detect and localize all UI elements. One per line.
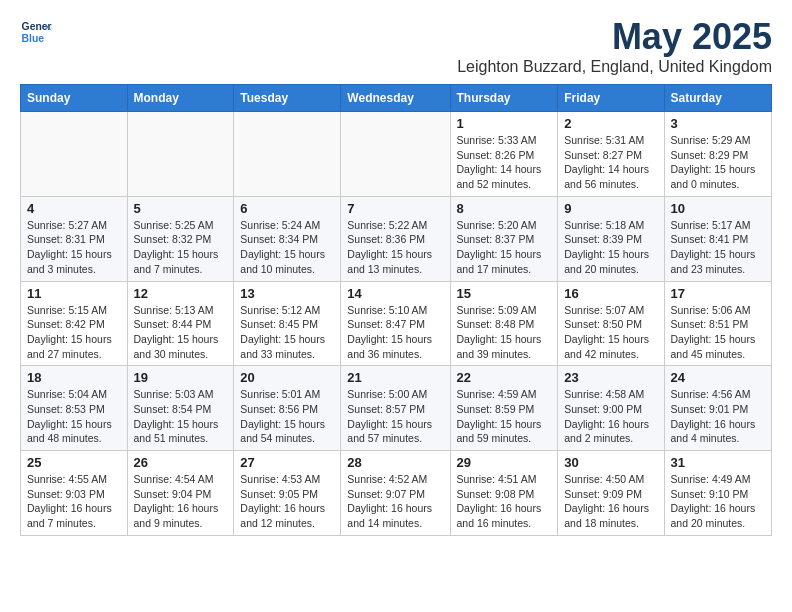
day-number: 29 <box>457 455 552 470</box>
day-info: Sunrise: 5:13 AM Sunset: 8:44 PM Dayligh… <box>134 303 228 362</box>
day-number: 12 <box>134 286 228 301</box>
day-number: 25 <box>27 455 121 470</box>
col-header-thursday: Thursday <box>450 85 558 112</box>
page-header: General Blue May 2025 Leighton Buzzard, … <box>20 16 772 76</box>
day-info: Sunrise: 4:54 AM Sunset: 9:04 PM Dayligh… <box>134 472 228 531</box>
day-info: Sunrise: 4:51 AM Sunset: 9:08 PM Dayligh… <box>457 472 552 531</box>
day-info: Sunrise: 5:07 AM Sunset: 8:50 PM Dayligh… <box>564 303 657 362</box>
calendar-cell <box>234 112 341 197</box>
day-info: Sunrise: 5:09 AM Sunset: 8:48 PM Dayligh… <box>457 303 552 362</box>
svg-text:Blue: Blue <box>22 33 45 44</box>
col-header-tuesday: Tuesday <box>234 85 341 112</box>
calendar-cell: 17Sunrise: 5:06 AM Sunset: 8:51 PM Dayli… <box>664 281 771 366</box>
month-title: May 2025 <box>457 16 772 58</box>
calendar-cell: 10Sunrise: 5:17 AM Sunset: 8:41 PM Dayli… <box>664 196 771 281</box>
day-info: Sunrise: 5:22 AM Sunset: 8:36 PM Dayligh… <box>347 218 443 277</box>
calendar-cell: 25Sunrise: 4:55 AM Sunset: 9:03 PM Dayli… <box>21 451 128 536</box>
calendar-cell: 16Sunrise: 5:07 AM Sunset: 8:50 PM Dayli… <box>558 281 664 366</box>
day-number: 17 <box>671 286 765 301</box>
day-number: 22 <box>457 370 552 385</box>
day-number: 3 <box>671 116 765 131</box>
col-header-wednesday: Wednesday <box>341 85 450 112</box>
day-number: 8 <box>457 201 552 216</box>
day-info: Sunrise: 5:04 AM Sunset: 8:53 PM Dayligh… <box>27 387 121 446</box>
calendar-cell: 18Sunrise: 5:04 AM Sunset: 8:53 PM Dayli… <box>21 366 128 451</box>
day-number: 18 <box>27 370 121 385</box>
calendar-cell: 1Sunrise: 5:33 AM Sunset: 8:26 PM Daylig… <box>450 112 558 197</box>
title-block: May 2025 Leighton Buzzard, England, Unit… <box>457 16 772 76</box>
calendar-week-row: 18Sunrise: 5:04 AM Sunset: 8:53 PM Dayli… <box>21 366 772 451</box>
calendar-cell: 29Sunrise: 4:51 AM Sunset: 9:08 PM Dayli… <box>450 451 558 536</box>
day-number: 4 <box>27 201 121 216</box>
day-info: Sunrise: 5:25 AM Sunset: 8:32 PM Dayligh… <box>134 218 228 277</box>
day-number: 28 <box>347 455 443 470</box>
calendar-cell: 9Sunrise: 5:18 AM Sunset: 8:39 PM Daylig… <box>558 196 664 281</box>
calendar-cell: 12Sunrise: 5:13 AM Sunset: 8:44 PM Dayli… <box>127 281 234 366</box>
calendar-cell: 4Sunrise: 5:27 AM Sunset: 8:31 PM Daylig… <box>21 196 128 281</box>
calendar-cell: 7Sunrise: 5:22 AM Sunset: 8:36 PM Daylig… <box>341 196 450 281</box>
calendar-cell: 8Sunrise: 5:20 AM Sunset: 8:37 PM Daylig… <box>450 196 558 281</box>
calendar-table: SundayMondayTuesdayWednesdayThursdayFrid… <box>20 84 772 536</box>
calendar-cell: 2Sunrise: 5:31 AM Sunset: 8:27 PM Daylig… <box>558 112 664 197</box>
calendar-week-row: 11Sunrise: 5:15 AM Sunset: 8:42 PM Dayli… <box>21 281 772 366</box>
calendar-cell: 15Sunrise: 5:09 AM Sunset: 8:48 PM Dayli… <box>450 281 558 366</box>
day-info: Sunrise: 4:58 AM Sunset: 9:00 PM Dayligh… <box>564 387 657 446</box>
day-number: 21 <box>347 370 443 385</box>
col-header-friday: Friday <box>558 85 664 112</box>
day-number: 16 <box>564 286 657 301</box>
day-info: Sunrise: 5:18 AM Sunset: 8:39 PM Dayligh… <box>564 218 657 277</box>
day-number: 30 <box>564 455 657 470</box>
day-number: 15 <box>457 286 552 301</box>
day-number: 26 <box>134 455 228 470</box>
calendar-week-row: 1Sunrise: 5:33 AM Sunset: 8:26 PM Daylig… <box>21 112 772 197</box>
day-number: 10 <box>671 201 765 216</box>
day-number: 5 <box>134 201 228 216</box>
calendar-cell: 30Sunrise: 4:50 AM Sunset: 9:09 PM Dayli… <box>558 451 664 536</box>
day-info: Sunrise: 4:55 AM Sunset: 9:03 PM Dayligh… <box>27 472 121 531</box>
day-info: Sunrise: 5:24 AM Sunset: 8:34 PM Dayligh… <box>240 218 334 277</box>
logo-icon: General Blue <box>20 16 52 48</box>
day-info: Sunrise: 5:15 AM Sunset: 8:42 PM Dayligh… <box>27 303 121 362</box>
day-number: 7 <box>347 201 443 216</box>
day-number: 9 <box>564 201 657 216</box>
day-info: Sunrise: 5:03 AM Sunset: 8:54 PM Dayligh… <box>134 387 228 446</box>
calendar-cell: 13Sunrise: 5:12 AM Sunset: 8:45 PM Dayli… <box>234 281 341 366</box>
calendar-cell: 24Sunrise: 4:56 AM Sunset: 9:01 PM Dayli… <box>664 366 771 451</box>
day-info: Sunrise: 5:17 AM Sunset: 8:41 PM Dayligh… <box>671 218 765 277</box>
calendar-cell <box>127 112 234 197</box>
day-info: Sunrise: 4:59 AM Sunset: 8:59 PM Dayligh… <box>457 387 552 446</box>
day-number: 24 <box>671 370 765 385</box>
day-number: 1 <box>457 116 552 131</box>
logo: General Blue <box>20 16 52 48</box>
calendar-cell: 20Sunrise: 5:01 AM Sunset: 8:56 PM Dayli… <box>234 366 341 451</box>
day-info: Sunrise: 5:10 AM Sunset: 8:47 PM Dayligh… <box>347 303 443 362</box>
day-info: Sunrise: 5:29 AM Sunset: 8:29 PM Dayligh… <box>671 133 765 192</box>
day-info: Sunrise: 5:06 AM Sunset: 8:51 PM Dayligh… <box>671 303 765 362</box>
location-title: Leighton Buzzard, England, United Kingdo… <box>457 58 772 76</box>
day-number: 6 <box>240 201 334 216</box>
calendar-cell: 19Sunrise: 5:03 AM Sunset: 8:54 PM Dayli… <box>127 366 234 451</box>
col-header-saturday: Saturday <box>664 85 771 112</box>
calendar-cell <box>341 112 450 197</box>
calendar-cell: 23Sunrise: 4:58 AM Sunset: 9:00 PM Dayli… <box>558 366 664 451</box>
day-info: Sunrise: 5:20 AM Sunset: 8:37 PM Dayligh… <box>457 218 552 277</box>
day-number: 11 <box>27 286 121 301</box>
day-number: 20 <box>240 370 334 385</box>
calendar-cell: 6Sunrise: 5:24 AM Sunset: 8:34 PM Daylig… <box>234 196 341 281</box>
calendar-cell: 14Sunrise: 5:10 AM Sunset: 8:47 PM Dayli… <box>341 281 450 366</box>
day-info: Sunrise: 5:27 AM Sunset: 8:31 PM Dayligh… <box>27 218 121 277</box>
calendar-header-row: SundayMondayTuesdayWednesdayThursdayFrid… <box>21 85 772 112</box>
calendar-cell: 27Sunrise: 4:53 AM Sunset: 9:05 PM Dayli… <box>234 451 341 536</box>
day-number: 27 <box>240 455 334 470</box>
day-info: Sunrise: 4:49 AM Sunset: 9:10 PM Dayligh… <box>671 472 765 531</box>
day-info: Sunrise: 4:52 AM Sunset: 9:07 PM Dayligh… <box>347 472 443 531</box>
calendar-cell: 28Sunrise: 4:52 AM Sunset: 9:07 PM Dayli… <box>341 451 450 536</box>
day-info: Sunrise: 5:01 AM Sunset: 8:56 PM Dayligh… <box>240 387 334 446</box>
calendar-cell: 31Sunrise: 4:49 AM Sunset: 9:10 PM Dayli… <box>664 451 771 536</box>
day-number: 31 <box>671 455 765 470</box>
day-info: Sunrise: 5:12 AM Sunset: 8:45 PM Dayligh… <box>240 303 334 362</box>
calendar-cell: 5Sunrise: 5:25 AM Sunset: 8:32 PM Daylig… <box>127 196 234 281</box>
day-info: Sunrise: 5:00 AM Sunset: 8:57 PM Dayligh… <box>347 387 443 446</box>
col-header-sunday: Sunday <box>21 85 128 112</box>
day-info: Sunrise: 4:50 AM Sunset: 9:09 PM Dayligh… <box>564 472 657 531</box>
